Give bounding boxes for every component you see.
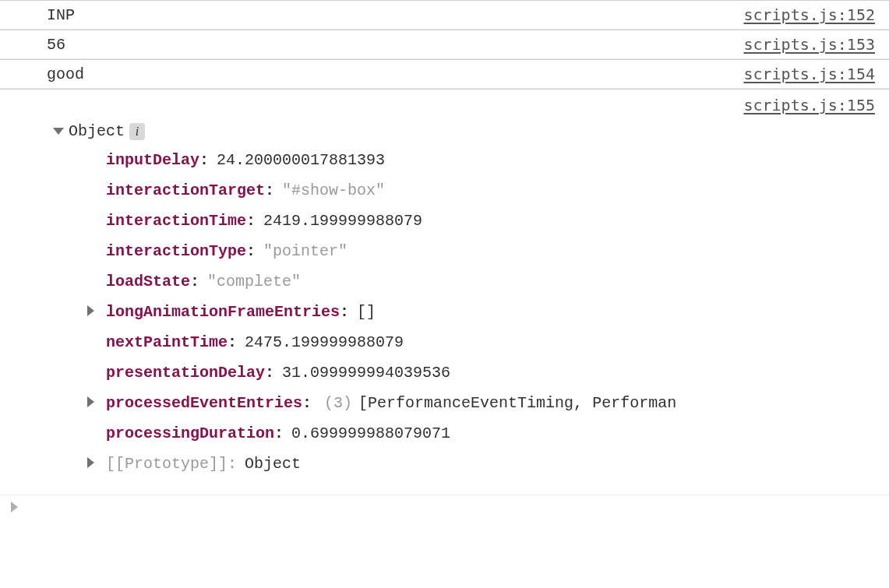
property-key: [[Prototype]] <box>106 449 228 479</box>
property-value: "#show-box" <box>282 175 385 206</box>
console-log-row: INP scripts.js:152 <box>0 0 889 30</box>
source-link[interactable]: scripts.js:153 <box>743 35 875 54</box>
object-property[interactable]: longAnimationFrameEntries: [] <box>87 297 875 327</box>
object-property[interactable]: interactionTime: 2419.199999988079 <box>87 206 875 236</box>
chevron-right-icon <box>87 305 94 316</box>
chevron-right-icon <box>87 396 94 407</box>
property-value: Object <box>245 449 301 479</box>
property-key: inputDelay <box>106 145 199 175</box>
console-log-message: 56 <box>47 36 65 54</box>
object-property[interactable]: loadState: "complete" <box>87 266 875 297</box>
object-property[interactable]: inputDelay: 24.200000017881393 <box>87 145 875 175</box>
array-count: (3) <box>324 388 352 418</box>
object-property[interactable]: interactionType: "pointer" <box>87 236 875 266</box>
property-value: "pointer" <box>263 236 347 266</box>
console-log-message: INP <box>47 6 75 24</box>
object-property[interactable]: processingDuration: 0.699999988079071 <box>87 418 875 449</box>
source-link[interactable]: scripts.js:155 <box>743 96 875 114</box>
source-link[interactable]: scripts.js:154 <box>743 65 875 83</box>
property-key: loadState <box>106 266 190 297</box>
property-value: 31.099999994039536 <box>282 357 450 388</box>
console-log-message: good <box>47 65 84 83</box>
chevron-right-icon <box>11 502 18 512</box>
console-prompt[interactable] <box>0 495 889 519</box>
object-header[interactable]: Object i <box>53 122 875 140</box>
chevron-right-icon <box>87 457 94 468</box>
object-property[interactable]: [[Prototype]]: Object <box>87 449 875 479</box>
property-value: 2475.199999988079 <box>245 327 404 357</box>
disclosure-toggle[interactable] <box>87 297 106 327</box>
chevron-down-icon[interactable] <box>53 128 64 135</box>
property-value: [] <box>357 297 376 327</box>
object-property[interactable]: nextPaintTime: 2475.199999988079 <box>87 327 875 357</box>
property-key: processedEventEntries <box>106 388 302 418</box>
property-key: processingDuration <box>106 418 274 449</box>
property-key: presentationDelay <box>106 357 265 388</box>
property-value: 2419.199999988079 <box>263 206 422 236</box>
property-value: 24.200000017881393 <box>217 145 385 175</box>
property-value: [PerformanceEventTiming, Performan <box>358 388 676 418</box>
console-object-entry: scripts.js:155 Object i inputDelay: 24.2… <box>0 89 889 495</box>
source-link[interactable]: scripts.js:152 <box>743 5 875 24</box>
info-icon[interactable]: i <box>129 123 145 140</box>
property-key: longAnimationFrameEntries <box>106 297 340 327</box>
object-property[interactable]: presentationDelay: 31.099999994039536 <box>87 357 875 388</box>
property-key: interactionType <box>106 236 246 266</box>
object-property[interactable]: processedEventEntries: (3) [PerformanceE… <box>87 388 875 418</box>
property-key: nextPaintTime <box>106 327 228 357</box>
console-log-row: 56 scripts.js:153 <box>0 30 889 59</box>
object-property[interactable]: interactionTarget: "#show-box" <box>87 175 875 206</box>
object-label: Object <box>69 122 125 140</box>
property-value: 0.699999988079071 <box>291 418 450 449</box>
property-key: interactionTime <box>106 206 246 236</box>
disclosure-toggle[interactable] <box>87 388 106 418</box>
console-log-row: good scripts.js:154 <box>0 59 889 89</box>
object-properties: inputDelay: 24.200000017881393 interacti… <box>47 140 875 479</box>
disclosure-toggle[interactable] <box>87 449 106 479</box>
property-value: "complete" <box>207 266 301 297</box>
property-key: interactionTarget <box>106 175 265 206</box>
